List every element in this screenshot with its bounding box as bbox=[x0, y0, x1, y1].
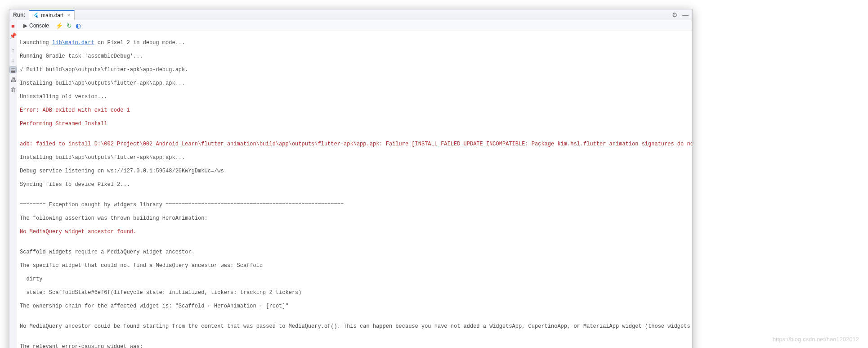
hot-restart-icon[interactable]: ↻ bbox=[67, 22, 72, 29]
console-line-error: Performing Streamed Install bbox=[20, 121, 693, 127]
console-line: Syncing files to device Pixel 2... bbox=[20, 181, 693, 188]
run-tab-main-dart[interactable]: main.dart × bbox=[29, 10, 75, 20]
console-line: Debug service listening on ws://127.0.0.… bbox=[20, 168, 693, 175]
console-line: dirty bbox=[20, 276, 693, 283]
console-line: Launching lib\main.dart on Pixel 2 in de… bbox=[20, 40, 693, 46]
gear-icon[interactable]: ⚙ bbox=[672, 11, 678, 18]
hot-reload-icon[interactable]: ⚡ bbox=[55, 22, 63, 29]
stop-icon[interactable]: ■ bbox=[9, 22, 17, 29]
file-link[interactable]: lib\main.dart bbox=[52, 40, 94, 46]
flutter-icon bbox=[33, 12, 39, 18]
run-label: Run: bbox=[13, 12, 25, 18]
console-output[interactable]: Launching lib\main.dart on Pixel 2 in de… bbox=[17, 31, 693, 348]
console-line: The relevant error-causing widget was: bbox=[20, 343, 693, 348]
console-line: Installing build\app\outputs\flutter-apk… bbox=[20, 154, 693, 161]
print-icon[interactable]: 🖶 bbox=[9, 76, 17, 83]
console-tab[interactable]: ▶ Console bbox=[21, 22, 52, 30]
console-line: The ownership chain for the affected wid… bbox=[20, 303, 693, 310]
up-arrow-icon[interactable]: ↑ bbox=[9, 46, 17, 54]
body-row: ■ 📌 ↑ ↓ ⬓ 🖶 🗑 ▶ Console ⚡ ↻ ◐ ⇥ Launc bbox=[9, 20, 692, 348]
run-tool-window: Run: main.dart × ⚙ — ■ 📌 ↑ ↓ ⬓ 🖶 🗑 bbox=[9, 9, 693, 348]
console-line: The following assertion was thrown build… bbox=[20, 215, 693, 222]
console-line: ======== Exception caught by widgets lib… bbox=[20, 202, 693, 208]
run-header: Run: main.dart × ⚙ — bbox=[9, 9, 692, 20]
soft-wrap-icon[interactable]: ⬓ bbox=[9, 66, 17, 73]
console-line: state: ScaffoldState#6ef6f(lifecycle sta… bbox=[20, 289, 693, 296]
tab-label: main.dart bbox=[41, 12, 63, 18]
console-line-error: adb: failed to install D:\002_Project\00… bbox=[20, 141, 693, 148]
console-line: No MediaQuery ancestor could be found st… bbox=[20, 323, 693, 330]
minimize-icon[interactable]: — bbox=[682, 11, 689, 18]
console-line: Installing build\app\outputs\flutter-apk… bbox=[20, 80, 693, 87]
console-label: Console bbox=[29, 23, 49, 29]
close-icon[interactable]: × bbox=[67, 12, 71, 18]
console-bar: ▶ Console ⚡ ↻ ◐ ⇥ bbox=[17, 20, 693, 31]
down-arrow-icon[interactable]: ↓ bbox=[9, 56, 17, 63]
watermark: https://blog.csdn.net/han1202012 bbox=[773, 336, 859, 343]
trash-icon[interactable]: 🗑 bbox=[9, 86, 17, 93]
pin-icon[interactable]: 📌 bbox=[9, 32, 17, 39]
console-line: The specific widget that could not find … bbox=[20, 262, 693, 269]
console-line-error: No MediaQuery widget ancestor found. bbox=[20, 229, 693, 235]
console-line: Uninstalling old version... bbox=[20, 94, 693, 100]
console-line: Running Gradle task 'assembleDebug'... bbox=[20, 53, 693, 60]
play-icon: ▶ bbox=[23, 23, 27, 29]
console-line: Scaffold widgets require a MediaQuery wi… bbox=[20, 249, 693, 256]
content-area: ▶ Console ⚡ ↻ ◐ ⇥ Launching lib\main.dar… bbox=[17, 20, 693, 348]
devtools-icon[interactable]: ◐ bbox=[76, 22, 81, 29]
left-gutter: ■ 📌 ↑ ↓ ⬓ 🖶 🗑 bbox=[9, 20, 17, 348]
console-line-error: Error: ADB exited with exit code 1 bbox=[20, 107, 693, 114]
console-line: √ Built build\app\outputs\flutter-apk\ap… bbox=[20, 67, 693, 73]
header-right-icons: ⚙ — bbox=[672, 11, 689, 18]
